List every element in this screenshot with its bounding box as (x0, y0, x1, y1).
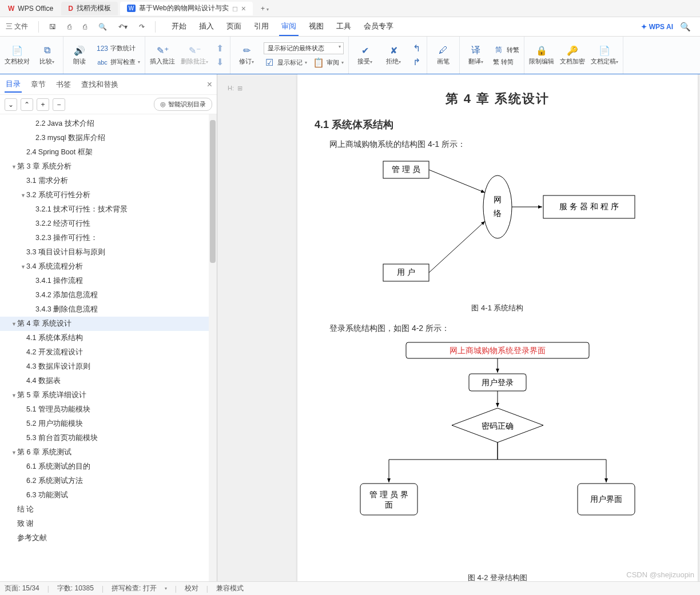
translate-button[interactable]: 译翻译▾ (464, 45, 487, 66)
status-page[interactable]: 页面: 15/34 (5, 584, 39, 593)
outline-item[interactable]: 3.4.1 操作流程 (0, 274, 217, 288)
outline-item[interactable]: 6.1 系统测试的目的 (0, 460, 217, 474)
outline-item[interactable]: 参考文献 (0, 531, 217, 545)
wps-ai-button[interactable]: ✦WPS AI (641, 23, 673, 31)
show-markup-button[interactable]: ☑显示标记▾ (264, 57, 307, 68)
document-area[interactable]: H:⊞ 第 4 章 系统设计 4.1 系统体系结构 网上商城购物系统的结构图 4… (217, 74, 700, 581)
next-comment-icon[interactable]: ⬇ (214, 57, 225, 68)
outline-item[interactable]: 6.3 功能测试 (0, 488, 217, 502)
revise-button[interactable]: ✏修订▾ (235, 45, 258, 66)
abc-icon: abc (97, 57, 108, 68)
outline-item[interactable]: ▼第 3 章 系统分析 (0, 159, 217, 174)
tab-templates[interactable]: D 找稻壳模板 (61, 2, 118, 15)
scrollbar[interactable] (209, 114, 217, 581)
tab-view[interactable]: 视图 (307, 18, 326, 36)
next-change-icon[interactable]: ↱ (411, 57, 422, 68)
outline-item[interactable]: ▼第 6 章 系统测试 (0, 445, 217, 460)
close-icon[interactable]: × (241, 4, 246, 13)
outline-item[interactable]: 结 论 (0, 502, 217, 517)
tab-label: 基于Web的购物网站设计与实 (139, 3, 228, 13)
search-icon[interactable]: 🔍 (680, 22, 691, 32)
tab-add-button[interactable]: + ▾ (255, 5, 275, 13)
tab-review[interactable]: 审阅 (279, 18, 299, 36)
restrict-edit-button[interactable]: 🔒限制编辑 (529, 45, 554, 66)
status-words[interactable]: 字数: 10385 (57, 584, 94, 593)
outline-remove-icon[interactable]: − (53, 98, 65, 111)
outline-item[interactable]: 4.1 系统体系结构 (0, 331, 217, 345)
encrypt-button[interactable]: 🔑文档加密 (560, 45, 585, 66)
status-proof[interactable]: 校对 (185, 584, 198, 593)
tab-member[interactable]: 会员专享 (361, 18, 396, 36)
outline-item[interactable]: ▼第 4 章 系统设计 (0, 317, 217, 331)
to-simplified-button[interactable]: 繁 转简 (493, 58, 519, 66)
markup-mode-select[interactable]: 显示标记的最终状态 ▾ (264, 42, 344, 54)
scrollbar-thumb[interactable] (210, 120, 216, 263)
redo-icon[interactable]: ↷ (136, 21, 148, 33)
outline-item[interactable]: 3.2.2 经济可行性 (0, 217, 217, 231)
sp-tab-outline[interactable]: 目录 (5, 77, 22, 93)
outline-item[interactable]: 2.3 mysql 数据库介绍 (0, 131, 217, 145)
sp-tab-chapter[interactable]: 章节 (30, 77, 47, 92)
doc-ruler: H:⊞ (228, 85, 242, 92)
outline-item[interactable]: 4.3 数据库设计原则 (0, 360, 217, 374)
tab-document[interactable]: W 基于Web的购物网站设计与实 ◻ × (120, 2, 253, 15)
insert-comment-button[interactable]: ✎⁺插入批注 (150, 45, 175, 66)
collapse-icon[interactable]: ⌄ (5, 98, 17, 111)
sp-tab-find[interactable]: 查找和替换 (80, 77, 120, 92)
compare-button[interactable]: ⧉比较▾ (35, 45, 58, 66)
outline-item[interactable]: 3.4.2 添加信息流程 (0, 288, 217, 302)
reject-button[interactable]: ✘拒绝▾ (382, 45, 405, 66)
save-icon[interactable]: 🖫 (46, 21, 59, 33)
print-icon[interactable]: ⎙ (64, 21, 75, 33)
tab-tools[interactable]: 工具 (334, 18, 353, 36)
doc-proof-button[interactable]: 📄文档校对 (5, 45, 30, 66)
read-button[interactable]: 🔊朗读 (68, 45, 91, 66)
delete-comment-button[interactable]: ✎⁻删除批注▾ (181, 45, 208, 66)
word-count-button[interactable]: 123字数统计 (97, 43, 140, 54)
outline-item[interactable]: 3.2.3 操作可行性： (0, 231, 217, 245)
status-compat[interactable]: 兼容模式 (216, 584, 244, 593)
prev-comment-icon[interactable]: ⬆ (214, 43, 225, 54)
close-icon[interactable]: × (207, 79, 212, 90)
file-menu[interactable]: 三 文件 (2, 19, 31, 34)
separator (155, 21, 156, 33)
outline-item[interactable]: 致 谢 (0, 517, 217, 531)
outline-item[interactable]: 2.2 Java 技术介绍 (0, 117, 217, 131)
outline-item[interactable]: 5.1 管理员功能模块 (0, 402, 217, 417)
spell-check-button[interactable]: abc拼写检查▾ (97, 57, 140, 68)
outline-item[interactable]: 3.1 需求分析 (0, 174, 217, 188)
outline-add-icon[interactable]: + (37, 98, 49, 111)
outline-item[interactable]: 3.4.3 删除信息流程 (0, 302, 217, 317)
outline-item[interactable]: 4.4 数据表 (0, 374, 217, 388)
outline-item[interactable]: ▼第 5 章 系统详细设计 (0, 388, 217, 402)
smart-outline-button[interactable]: ◎智能识别目录 (154, 98, 212, 111)
review-button[interactable]: 📋审阅▾ (313, 57, 344, 68)
sp-tab-bookmark[interactable]: 书签 (55, 77, 72, 92)
outline-item[interactable]: ▼3.2 系统可行性分析 (0, 188, 217, 202)
undo-icon[interactable]: ↶▾ (115, 21, 131, 33)
print-preview-icon[interactable]: ⎙ (79, 21, 90, 33)
accept-button[interactable]: ✔接受▾ (353, 45, 376, 66)
preview-icon[interactable]: 🔍 (95, 21, 110, 33)
tab-start[interactable]: 开始 (169, 18, 189, 36)
tab-reference[interactable]: 引用 (252, 18, 271, 36)
outline-item[interactable]: 4.2 开发流程设计 (0, 345, 217, 360)
status-spell[interactable]: 拼写检查: 打开 (112, 584, 157, 593)
pen-button[interactable]: 🖊画笔 (432, 45, 455, 66)
tab-page[interactable]: 页面 (224, 18, 244, 36)
outline-item[interactable]: 5.2 用户功能模块 (0, 417, 217, 431)
prev-change-icon[interactable]: ↰ (411, 43, 422, 54)
outline-item[interactable]: 5.3 前台首页功能模块 (0, 431, 217, 445)
outline-item[interactable]: ▼3.4 系统流程分析 (0, 259, 217, 274)
tab-pin-icon[interactable]: ◻ (232, 5, 238, 13)
expand-icon[interactable]: ⌃ (21, 98, 33, 111)
svg-line-4 (429, 170, 485, 193)
outline-item[interactable]: 3.3 项目设计目标与原则 (0, 245, 217, 259)
outline-item[interactable]: 3.2.1 技术可行性：技术背景 (0, 202, 217, 217)
outline-item[interactable]: 6.2 系统测试方法 (0, 474, 217, 488)
outline-item[interactable]: 2.4 Spring Boot 框架 (0, 145, 217, 159)
chevron-down-icon[interactable]: ▾ (267, 7, 269, 12)
tab-insert[interactable]: 插入 (197, 18, 216, 36)
to-traditional-button[interactable]: 简转繁 (493, 44, 519, 55)
finalize-button[interactable]: 📄文档定稿▾ (591, 45, 618, 66)
